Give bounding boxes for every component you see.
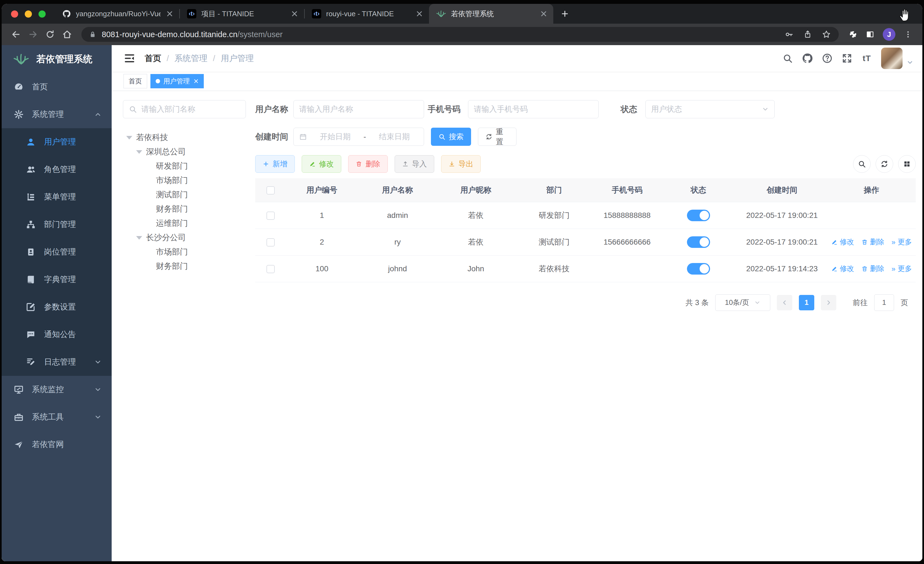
browser-profile-avatar[interactable]: J bbox=[883, 28, 896, 41]
close-window-button[interactable] bbox=[11, 11, 18, 18]
sidebar-item-system-management[interactable]: 系统管理 bbox=[2, 101, 112, 128]
forward-button[interactable] bbox=[26, 27, 40, 42]
reload-button[interactable] bbox=[43, 27, 57, 42]
help-question-icon[interactable] bbox=[821, 52, 833, 65]
browser-menu-icon[interactable] bbox=[901, 27, 915, 42]
sidebar-item-post-management[interactable]: 岗位管理 bbox=[2, 238, 112, 266]
tree-node-root[interactable]: 若依科技 bbox=[123, 131, 246, 145]
prev-page-button[interactable] bbox=[777, 295, 792, 310]
sidebar-item-param-settings[interactable]: 参数设置 bbox=[2, 293, 112, 321]
row-checkbox[interactable] bbox=[267, 212, 275, 220]
sidebar-item-log-management[interactable]: 日志管理 bbox=[2, 348, 112, 376]
browser-tab-titanide-project[interactable]: ‹t› 项目 - TITANIDE bbox=[180, 4, 304, 24]
date-range-picker[interactable]: 开始日期 - 结束日期 bbox=[293, 128, 424, 146]
minimize-window-button[interactable] bbox=[25, 11, 32, 18]
home-button[interactable] bbox=[60, 27, 74, 42]
delete-button[interactable]: 删除 bbox=[348, 155, 388, 173]
tree-node[interactable]: 市场部门 bbox=[123, 173, 246, 188]
add-button[interactable]: 新增 bbox=[255, 155, 295, 173]
phone-input[interactable] bbox=[474, 105, 593, 114]
close-tag-icon[interactable] bbox=[193, 78, 199, 84]
username-input[interactable] bbox=[299, 105, 418, 114]
sidebar-item-dict-management[interactable]: 字典管理 bbox=[2, 266, 112, 293]
row-delete-link[interactable]: 删除 bbox=[861, 237, 884, 247]
tree-node[interactable]: 深圳总公司 bbox=[123, 145, 246, 159]
search-button[interactable]: 搜索 bbox=[431, 128, 471, 146]
bookmark-star-icon[interactable] bbox=[820, 28, 833, 41]
row-checkbox[interactable] bbox=[267, 238, 275, 247]
sidebar-item-menu-management[interactable]: 菜单管理 bbox=[2, 183, 112, 211]
github-icon[interactable] bbox=[801, 52, 813, 65]
sidebar-item-role-management[interactable]: 角色管理 bbox=[2, 156, 112, 183]
reset-button[interactable]: 重置 bbox=[478, 128, 516, 146]
font-size-icon[interactable]: tT bbox=[861, 52, 873, 65]
breadcrumb-home[interactable]: 首页 bbox=[145, 53, 161, 64]
tree-node[interactable]: 市场部门 bbox=[123, 245, 246, 259]
row-delete-link[interactable]: 删除 bbox=[861, 264, 884, 274]
close-tab-icon[interactable] bbox=[415, 10, 423, 18]
fullscreen-icon[interactable] bbox=[841, 52, 853, 65]
page-1-button[interactable]: 1 bbox=[799, 295, 814, 310]
caret-down-icon[interactable] bbox=[136, 236, 142, 240]
close-tab-icon[interactable] bbox=[290, 10, 298, 18]
tree-node[interactable]: 运维部门 bbox=[123, 216, 246, 230]
close-tab-icon[interactable] bbox=[165, 10, 174, 18]
row-more-link[interactable]: »更多 bbox=[891, 264, 912, 274]
status-toggle-on[interactable] bbox=[687, 210, 710, 221]
sidebar-item-system-monitor[interactable]: 系统监控 bbox=[2, 376, 112, 403]
status-select[interactable]: 用户状态 bbox=[645, 100, 775, 118]
sidebar-item-home[interactable]: 首页 bbox=[2, 73, 112, 101]
sidebar-item-dept-management[interactable]: 部门管理 bbox=[2, 211, 112, 238]
select-all-checkbox[interactable] bbox=[267, 186, 275, 194]
tag-home[interactable]: 首页 bbox=[123, 74, 147, 88]
tree-node[interactable]: 财务部门 bbox=[123, 202, 246, 216]
goto-page-input[interactable] bbox=[874, 294, 894, 311]
export-button[interactable]: 导出 bbox=[441, 155, 481, 173]
close-tab-icon[interactable] bbox=[540, 10, 548, 18]
edit-button[interactable]: 修改 bbox=[302, 155, 341, 173]
tree-node[interactable]: 测试部门 bbox=[123, 188, 246, 202]
row-more-link[interactable]: »更多 bbox=[891, 237, 912, 247]
toggle-search-button[interactable] bbox=[853, 155, 871, 173]
row-edit-link[interactable]: 修改 bbox=[831, 237, 854, 247]
back-button[interactable] bbox=[9, 27, 23, 42]
date-start-placeholder[interactable]: 开始日期 bbox=[311, 131, 359, 142]
browser-tab-github[interactable]: yangzongzhuan/RuoYi-Vue: (R bbox=[55, 4, 179, 24]
status-toggle-on[interactable] bbox=[687, 263, 710, 275]
share-icon[interactable] bbox=[801, 28, 814, 41]
sidebar-item-notice[interactable]: 通知公告 bbox=[2, 321, 112, 348]
dept-search-input[interactable] bbox=[141, 105, 240, 114]
next-page-button[interactable] bbox=[821, 295, 836, 310]
caret-down-icon[interactable] bbox=[126, 136, 132, 140]
tree-node[interactable]: 研发部门 bbox=[123, 159, 246, 173]
new-tab-button[interactable] bbox=[557, 6, 573, 21]
user-avatar[interactable] bbox=[881, 48, 903, 69]
sidebar-item-ruoyi-website[interactable]: 若依官网 bbox=[2, 431, 112, 458]
row-edit-link[interactable]: 修改 bbox=[831, 264, 854, 274]
caret-down-icon[interactable] bbox=[136, 150, 142, 154]
status-toggle-on[interactable] bbox=[687, 236, 710, 248]
row-checkbox[interactable] bbox=[267, 265, 275, 273]
page-size-select[interactable]: 10条/页 bbox=[715, 294, 770, 311]
password-manager-icon[interactable] bbox=[783, 28, 795, 41]
sidebar-item-user-management[interactable]: 用户管理 bbox=[2, 128, 112, 156]
import-button[interactable]: 导入 bbox=[394, 155, 434, 173]
avatar-caret-down-icon[interactable] bbox=[906, 59, 914, 66]
maximize-window-button[interactable] bbox=[39, 11, 46, 18]
sidebar-item-label: 岗位管理 bbox=[44, 247, 76, 257]
tag-user-management-active[interactable]: 用户管理 bbox=[150, 74, 204, 88]
address-bar[interactable]: 8081-rouyi-vue-demo.cloud.titanide.cn/sy… bbox=[81, 27, 839, 42]
tree-node[interactable]: 财务部门 bbox=[123, 259, 246, 274]
column-settings-button[interactable] bbox=[898, 155, 916, 173]
header-search-icon[interactable] bbox=[782, 52, 794, 65]
browser-tab-rouyi-vue[interactable]: ‹t› rouyi-vue - TITANIDE bbox=[305, 4, 429, 24]
side-panel-icon[interactable] bbox=[863, 27, 877, 42]
tree-node[interactable]: 长沙分公司 bbox=[123, 230, 246, 245]
refresh-table-button[interactable] bbox=[876, 155, 893, 173]
sidebar-item-system-tools[interactable]: 系统工具 bbox=[2, 403, 112, 431]
extensions-icon[interactable] bbox=[846, 27, 860, 42]
browser-tab-ruoyi-active[interactable]: 若依管理系统 bbox=[429, 4, 553, 24]
username-label: 用户名称 bbox=[255, 104, 288, 115]
collapse-sidebar-icon[interactable] bbox=[124, 53, 135, 64]
date-end-placeholder[interactable]: 结束日期 bbox=[370, 131, 418, 142]
